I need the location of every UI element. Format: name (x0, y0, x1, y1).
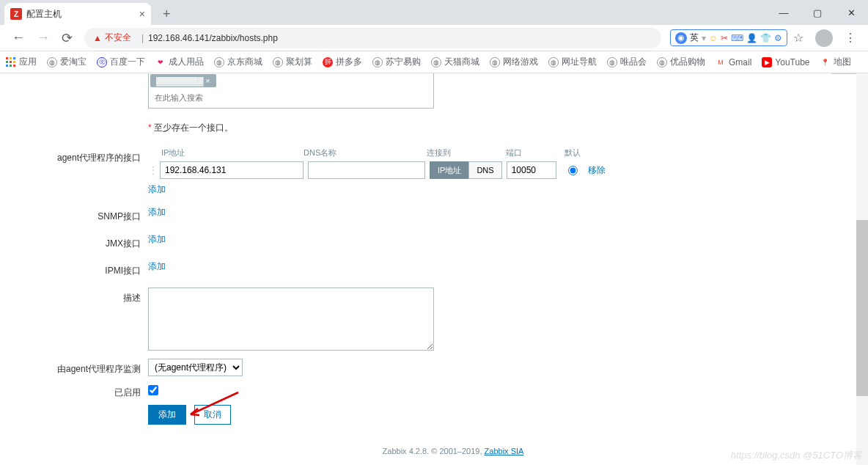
close-window-button[interactable]: ✕ (834, 0, 868, 25)
ext-emoji-icon[interactable]: ☺ (709, 33, 718, 43)
bookmark-jd[interactable]: ◍京东商城 (214, 56, 262, 68)
enabled-checkbox[interactable] (148, 385, 158, 395)
description-textarea[interactable] (148, 288, 434, 351)
footer-link[interactable]: Zabbix SIA (485, 447, 524, 455)
enabled-label: 已启用 (45, 382, 148, 399)
baidu-icon: ㉆ (97, 57, 107, 67)
menu-button[interactable]: ⋮ (845, 31, 856, 45)
jmx-label: JMX接口 (45, 233, 148, 250)
bookmark-aitaobao[interactable]: ◍爱淘宝 (47, 56, 87, 68)
port-input[interactable] (507, 161, 556, 179)
bookmark-star-icon[interactable]: ☆ (793, 31, 803, 45)
bookmark-vip[interactable]: ◍唯品会 (607, 56, 647, 68)
connect-to-toggle: IP地址 DNS (430, 161, 502, 179)
scrollbar[interactable] (856, 73, 868, 465)
extension-label: 英 (690, 32, 699, 44)
globe-icon: ◍ (47, 57, 57, 67)
groups-label (45, 73, 148, 76)
globe-icon: ◍ (548, 57, 559, 67)
insecure-icon: ▲ (93, 33, 102, 43)
bookmark-gmail[interactable]: MGmail (716, 57, 751, 67)
user-avatar[interactable] (815, 29, 833, 47)
globe-icon: ◍ (214, 57, 224, 67)
bookmark-youpin[interactable]: ◍优品购物 (657, 56, 705, 68)
globe-icon: ◍ (372, 57, 383, 67)
submit-button[interactable]: 添加 (148, 405, 186, 425)
address-bar[interactable]: ▲ 不安全 | 192.168.46.141/zabbix/hosts.php (84, 28, 661, 48)
extension-group: ◉ 英 ▾ ☺ ✂ ⌨ 👤 👕 ⚙ (670, 29, 787, 46)
minimize-button[interactable]: — (767, 0, 801, 25)
drag-handle-icon[interactable]: ⋮⋮ (148, 164, 155, 176)
globe-icon: ◍ (273, 57, 283, 67)
monitored-select[interactable]: (无agent代理程序) (148, 359, 243, 376)
url-separator: | (141, 33, 144, 43)
ext-chevron-icon[interactable]: ▾ (702, 33, 706, 43)
watermark: https://blog.csdn @51CTO博客 (731, 449, 862, 462)
globe-icon: ◍ (431, 57, 441, 67)
monitored-label: 由agent代理程序监测 (45, 359, 148, 376)
remove-link[interactable]: 移除 (588, 164, 606, 177)
ext-keyboard-icon[interactable]: ⌨ (731, 33, 743, 43)
agent-iface-row: ⋮⋮ IP地址 DNS 移除 (148, 161, 861, 179)
bookmark-suning[interactable]: ◍苏宁易购 (372, 56, 421, 68)
bookmark-youtube[interactable]: ▶YouTube (762, 57, 809, 67)
snmp-label: SNMP接口 (45, 206, 148, 223)
globe-icon: ◍ (490, 57, 500, 67)
extension-icon[interactable]: ◉ (675, 32, 687, 44)
ext-scissors-icon[interactable]: ✂ (721, 33, 728, 43)
default-radio[interactable] (568, 166, 578, 175)
heart-icon: ❤ (155, 57, 166, 67)
scroll-thumb[interactable] (856, 220, 868, 396)
ext-gear-icon[interactable]: ⚙ (774, 33, 782, 43)
agent-iface-label: agent代理程序的接口 (45, 147, 148, 164)
gmail-icon: M (716, 57, 726, 67)
cancel-button[interactable]: 取消 (194, 405, 231, 425)
ipmi-add-link[interactable]: 添加 (148, 261, 166, 271)
bookmark-maps[interactable]: 📍地图 (820, 56, 851, 68)
desc-label: 描述 (45, 288, 148, 304)
forward-button[interactable]: → (31, 27, 56, 48)
zabbix-favicon: Z (10, 8, 22, 20)
snmp-add-link[interactable]: 添加 (148, 207, 166, 217)
tab-title: 配置主机 (26, 8, 139, 21)
insecure-label: 不安全 (105, 32, 131, 44)
bookmark-baidu[interactable]: ㉆百度一下 (97, 56, 145, 68)
bookmark-juhuasuan[interactable]: ◍聚划算 (273, 56, 312, 68)
tab-close-icon[interactable]: × (139, 8, 145, 20)
back-button[interactable]: ← (6, 27, 31, 48)
globe-icon: ◍ (607, 57, 617, 67)
ip-input[interactable] (160, 161, 304, 179)
maps-icon: 📍 (820, 57, 831, 67)
youtube-icon: ▶ (762, 57, 772, 67)
group-chip[interactable]: ▓▓▓▓▓▓▓▓ × (150, 74, 216, 87)
url-text: 192.168.46.141/zabbix/hosts.php (148, 33, 278, 43)
tab-add-button[interactable]: + (157, 4, 177, 25)
dns-input[interactable] (308, 161, 425, 179)
agent-add-link[interactable]: 添加 (148, 184, 166, 194)
ipmi-label: IPMI接口 (45, 260, 148, 277)
interface-note: * 至少存在一个接口。 (148, 122, 861, 134)
maximize-button[interactable]: ▢ (801, 0, 834, 25)
reload-button[interactable]: ⟳ (56, 27, 78, 49)
bookmark-adult[interactable]: ❤成人用品 (155, 56, 204, 68)
ext-person-icon[interactable]: 👤 (746, 33, 757, 43)
bookmark-games[interactable]: ◍网络游戏 (490, 56, 538, 68)
pdd-icon: 拼 (323, 57, 333, 67)
bookmark-nav[interactable]: ◍网址导航 (548, 56, 597, 68)
iface-headers: IP地址 DNS名称 连接到 端口 默认 (148, 147, 861, 158)
group-search-input[interactable] (150, 89, 429, 106)
connect-dns-button[interactable]: DNS (468, 161, 501, 179)
apps-icon (6, 57, 16, 67)
apps-button[interactable]: 应用 (6, 56, 37, 68)
jmx-add-link[interactable]: 添加 (148, 234, 166, 244)
globe-icon: ◍ (657, 57, 667, 67)
ext-shirt-icon[interactable]: 👕 (760, 33, 771, 43)
connect-ip-button[interactable]: IP地址 (430, 161, 468, 179)
bookmark-pdd[interactable]: 拼拼多多 (323, 56, 362, 68)
browser-tab[interactable]: Z 配置主机 × (4, 3, 151, 25)
apps-label: 应用 (19, 56, 37, 68)
bookmark-tmall[interactable]: ◍天猫商城 (431, 56, 479, 68)
